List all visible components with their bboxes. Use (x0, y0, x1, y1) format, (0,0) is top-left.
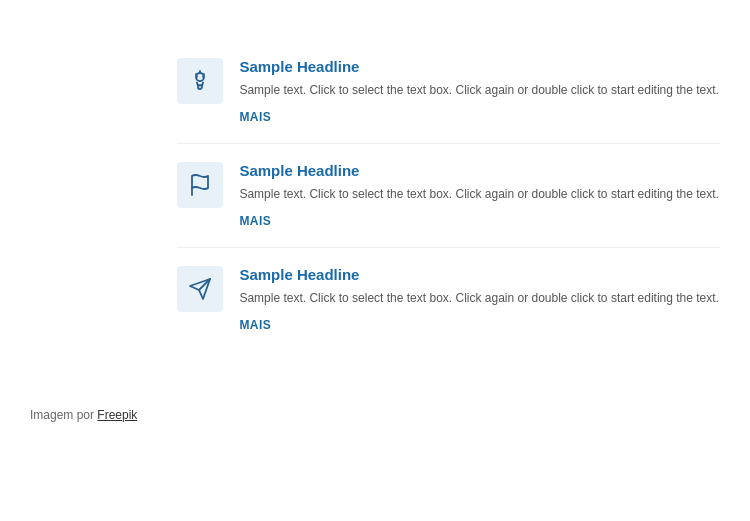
svg-line-98 (196, 74, 197, 77)
send-icon (188, 277, 212, 301)
feature-text-3: Sample Headline Sample text. Click to se… (239, 266, 720, 333)
feature-headline-1: Sample Headline (239, 58, 720, 75)
feature-headline-2: Sample Headline (239, 162, 720, 179)
feature-text-1: Sample Headline Sample text. Click to se… (239, 58, 720, 125)
svg-line-99 (203, 74, 204, 77)
feature-item-3: Sample Headline Sample text. Click to se… (177, 248, 720, 351)
feature-body-1: Sample text. Click to select the text bo… (239, 81, 720, 99)
feature-text-2: Sample Headline Sample text. Click to se… (239, 162, 720, 229)
feature-link-3[interactable]: MAIS (239, 318, 271, 332)
features-list: Sample Headline Sample text. Click to se… (177, 30, 720, 351)
feature-body-3: Sample text. Click to select the text bo… (239, 289, 720, 307)
icon-box-1 (177, 58, 223, 104)
icon-box-3 (177, 266, 223, 312)
feature-item-1: Sample Headline Sample text. Click to se… (177, 40, 720, 144)
caption-link[interactable]: Freepik (97, 408, 137, 422)
feature-item-2: Sample Headline Sample text. Click to se… (177, 144, 720, 248)
feature-headline-3: Sample Headline (239, 266, 720, 283)
image-wrapper: 527.76 PM 6d (30, 30, 137, 422)
main-container: 527.76 PM 6d (0, 0, 750, 521)
lightbulb-icon (188, 69, 212, 93)
feature-link-2[interactable]: MAIS (239, 214, 271, 228)
icon-box-2 (177, 162, 223, 208)
feature-link-1[interactable]: MAIS (239, 110, 271, 124)
caption-text: Imagem por (30, 408, 97, 422)
image-caption: Imagem por Freepik (30, 408, 137, 422)
feature-body-2: Sample text. Click to select the text bo… (239, 185, 720, 203)
flag-icon (188, 173, 212, 197)
